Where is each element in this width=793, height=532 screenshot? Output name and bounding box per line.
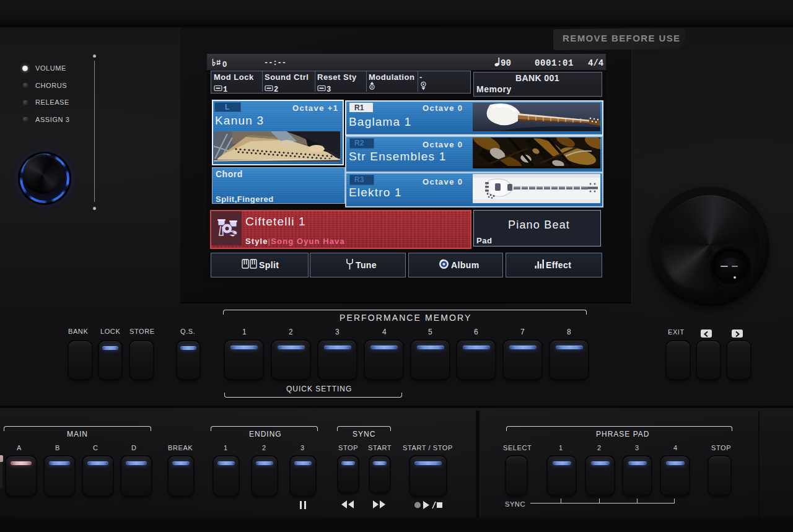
svg-text:0: 0 xyxy=(222,59,227,69)
svg-text:3: 3 xyxy=(326,85,331,93)
svg-text:1: 1 xyxy=(223,85,227,93)
svg-text:2: 2 xyxy=(274,85,278,93)
